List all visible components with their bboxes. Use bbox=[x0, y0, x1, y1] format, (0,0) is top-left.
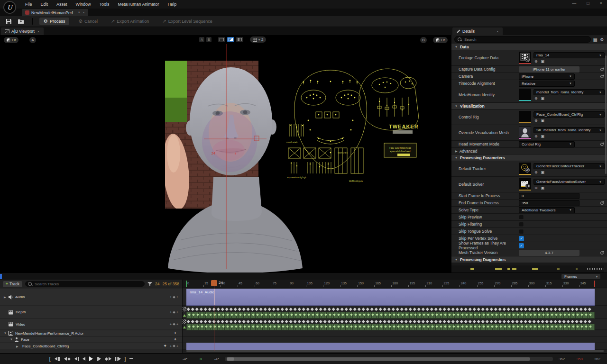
browse-to-asset-icon[interactable]: ▣ bbox=[541, 96, 545, 100]
asset-combo-box[interactable]: rma_14▼ bbox=[533, 52, 605, 58]
track-row-audio[interactable]: ▶Audio++ bbox=[0, 289, 182, 305]
unreal-logo-icon[interactable]: U bbox=[3, 1, 16, 14]
scrollbar-thumb[interactable] bbox=[227, 357, 530, 361]
range-out-icon[interactable]: ] bbox=[125, 356, 126, 362]
add-section-icon[interactable]: + bbox=[174, 337, 176, 342]
wipe-view-icon[interactable] bbox=[227, 37, 234, 42]
add-section-icon[interactable]: + bbox=[164, 344, 166, 348]
asset-combo-box[interactable]: GenericFaceAnimationSolver▼ bbox=[533, 179, 605, 185]
ctrlrig-section[interactable] bbox=[186, 343, 595, 350]
ab-viewport-tab[interactable]: A|B Viewport × bbox=[1, 27, 44, 35]
next-key-icon[interactable]: + bbox=[176, 310, 178, 314]
caret-icon[interactable]: ▶ bbox=[16, 345, 20, 348]
menu-window[interactable]: Window bbox=[72, 2, 95, 7]
audio-clip[interactable]: rma_14_Audio bbox=[186, 289, 595, 306]
single-view-icon[interactable] bbox=[218, 37, 225, 42]
step-forward-end-icon[interactable] bbox=[115, 357, 121, 361]
step-back-end-icon[interactable] bbox=[55, 357, 60, 361]
timeline-scrollbar[interactable] bbox=[225, 357, 553, 361]
use-selected-asset-icon[interactable]: ⊕ bbox=[534, 118, 538, 123]
asset-combo-box[interactable]: SK_mendel_from_roma_identity▼ bbox=[533, 127, 605, 133]
prev-key-icon[interactable]: + bbox=[170, 345, 172, 348]
keyframe-icon[interactable] bbox=[173, 345, 175, 347]
combo-box[interactable]: Control Rig▼ bbox=[519, 141, 575, 147]
keyframe-icon[interactable] bbox=[173, 296, 175, 299]
filter-funnel-icon[interactable] bbox=[147, 282, 152, 286]
settings-gear-icon[interactable]: ⚙ bbox=[600, 37, 604, 42]
panel-drag-handle[interactable] bbox=[0, 274, 2, 279]
step-back-frame-icon[interactable] bbox=[74, 357, 79, 361]
dual-view-icon[interactable] bbox=[236, 37, 243, 42]
playback-start-bracket[interactable] bbox=[186, 281, 187, 287]
time-display-dropdown[interactable]: Frames▾ bbox=[561, 274, 600, 279]
add-track-button[interactable]: +Track bbox=[3, 281, 22, 287]
number-input[interactable] bbox=[519, 200, 579, 206]
export-animation-button[interactable]: ↗Export Animation bbox=[107, 18, 153, 25]
prev-key-icon[interactable]: + bbox=[170, 295, 172, 299]
browse-to-asset-icon[interactable]: ▣ bbox=[541, 59, 545, 64]
depth-section[interactable] bbox=[186, 312, 595, 318]
menu-file[interactable]: File bbox=[21, 2, 37, 7]
viewport[interactable]: 24 8 bbox=[0, 35, 451, 273]
caret-icon[interactable]: ▶ bbox=[4, 295, 8, 299]
checkbox[interactable]: ✓ bbox=[519, 243, 524, 248]
asset-tab-close-icon[interactable]: × bbox=[83, 10, 85, 15]
details-scrollbar[interactable] bbox=[605, 55, 607, 174]
working-range-start[interactable]: -4* bbox=[214, 357, 219, 361]
play-forward-icon[interactable] bbox=[89, 356, 93, 361]
track-search-input[interactable] bbox=[34, 282, 142, 287]
step-back-key-icon[interactable] bbox=[64, 357, 71, 361]
close-button[interactable]: × bbox=[598, 0, 604, 7]
checkbox[interactable] bbox=[519, 222, 524, 227]
working-range-end[interactable]: 362 bbox=[559, 357, 565, 361]
asset-thumbnail[interactable] bbox=[519, 163, 531, 175]
checkbox[interactable] bbox=[519, 215, 524, 220]
add-section-icon[interactable]: + bbox=[174, 331, 176, 336]
use-selected-asset-icon[interactable]: ⊕ bbox=[534, 59, 538, 64]
menu-asset[interactable]: Asset bbox=[52, 2, 72, 7]
track-row-video[interactable]: Video++ bbox=[0, 319, 182, 329]
browse-to-asset-icon[interactable]: ▣ bbox=[541, 186, 545, 190]
asset-thumbnail[interactable] bbox=[519, 52, 531, 64]
view-b-button[interactable]: B bbox=[420, 37, 427, 43]
playback-start-frame[interactable]: 0 bbox=[200, 357, 202, 361]
section-handle-icon[interactable] bbox=[183, 319, 186, 324]
playback-end-bracket[interactable] bbox=[594, 281, 595, 287]
next-key-icon[interactable]: + bbox=[176, 345, 178, 348]
asset-thumbnail[interactable] bbox=[519, 127, 531, 139]
viewport-tab-close-icon[interactable]: × bbox=[37, 29, 40, 34]
next-key-icon[interactable]: + bbox=[176, 323, 178, 326]
details-tab[interactable]: Details × bbox=[452, 27, 503, 35]
track-row-newmendelhumanperformance-r-actor[interactable]: ▼NewMendelHumanPerformance_R Actor+ bbox=[0, 330, 182, 336]
asset-combo-box[interactable]: Face_ControlBoard_CtrlRig▼ bbox=[533, 111, 605, 118]
use-selected-asset-icon[interactable]: ⊕ bbox=[534, 170, 538, 174]
depth-keyframes[interactable] bbox=[186, 307, 595, 311]
browse-to-asset-icon[interactable]: ▣ bbox=[541, 118, 545, 123]
track-search-box[interactable] bbox=[25, 281, 145, 287]
combo-box[interactable]: Relative▼ bbox=[519, 81, 575, 87]
menu-metahuman-animator[interactable]: MetaHuman Animator bbox=[114, 2, 164, 7]
caret-icon[interactable]: ▼ bbox=[10, 338, 14, 341]
minimize-button[interactable]: — bbox=[570, 0, 578, 7]
view-range-end[interactable]: 362 bbox=[594, 357, 600, 361]
combo-box[interactable]: Additional Tweakers▼ bbox=[519, 207, 575, 213]
save-icon[interactable] bbox=[4, 18, 13, 26]
track-row-depth[interactable]: Depth++ bbox=[0, 306, 182, 318]
cancel-button[interactable]: ⊘Cancel bbox=[74, 18, 101, 25]
export-level-sequence-button[interactable]: ↗Export Level Sequence bbox=[158, 18, 216, 25]
view-range-start[interactable]: -4* bbox=[183, 357, 187, 361]
prev-key-icon[interactable]: + bbox=[170, 310, 172, 314]
lit-mode-button-a[interactable]: Lit bbox=[4, 37, 18, 43]
track-row-face[interactable]: ▼Face+ bbox=[0, 337, 182, 342]
use-selected-asset-icon[interactable]: ⊕ bbox=[534, 186, 538, 190]
range-in-icon[interactable]: [ bbox=[49, 356, 51, 362]
caret-icon[interactable]: ▼ bbox=[4, 332, 8, 335]
reset-to-default-icon[interactable] bbox=[600, 201, 604, 205]
video-section[interactable] bbox=[186, 324, 595, 330]
keyframe-icon[interactable] bbox=[173, 311, 175, 314]
section-visualization[interactable]: ▼Visualization bbox=[451, 103, 607, 109]
use-selected-asset-icon[interactable]: ⊕ bbox=[534, 134, 538, 138]
reset-to-default-icon[interactable] bbox=[600, 67, 604, 72]
asset-thumbnail[interactable] bbox=[519, 178, 531, 191]
menu-edit[interactable]: Edit bbox=[37, 2, 53, 7]
